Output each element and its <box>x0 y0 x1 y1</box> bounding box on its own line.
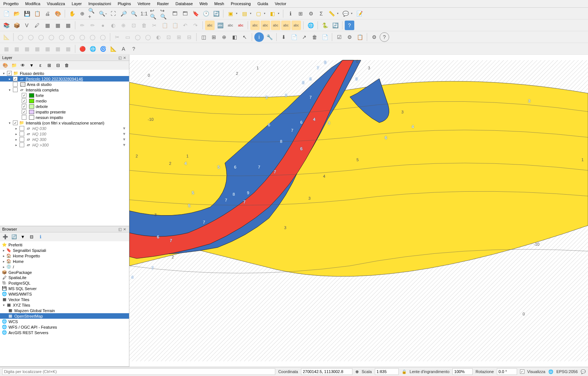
adv-edit-9[interactable]: ◯ <box>98 32 108 42</box>
plugin-tool-4[interactable]: 📐 <box>108 44 118 54</box>
check-button[interactable]: ☑ <box>334 32 344 42</box>
edit-button[interactable]: ✏ <box>78 21 87 30</box>
move-feature-button[interactable]: ⊕ <box>119 21 128 30</box>
decoration-5[interactable]: ↖ <box>240 32 250 42</box>
zoom-next-button[interactable]: ↪🔍 <box>160 9 169 18</box>
shape-edit-3[interactable]: ◯ <box>133 32 143 42</box>
trash-button[interactable]: 🗑 <box>310 32 319 42</box>
menu-vector[interactable]: Vector <box>273 1 288 7</box>
render-checkbox[interactable]: ✓ <box>520 369 524 374</box>
plugin-tool-6[interactable]: ? <box>129 44 139 54</box>
panel-close-icon[interactable]: ✕ <box>122 227 127 231</box>
zoom-in-button[interactable]: 🔍+ <box>88 9 97 18</box>
filter-icon[interactable]: ▼ <box>122 143 126 147</box>
plugin-tool-5[interactable]: A <box>119 44 128 54</box>
browser-segnalibri[interactable]: ▸🔖Segnalibri Spaziali <box>0 247 129 253</box>
plugin-manager-button[interactable]: 🌐 <box>306 21 315 30</box>
mesh-tool-7[interactable]: ▦ <box>63 44 73 54</box>
menu-guida[interactable]: Guida <box>256 1 269 7</box>
tree-group-flusso[interactable]: ▾✓📁Flusso detrito <box>0 70 129 76</box>
adv-edit-7[interactable]: ◯ <box>78 32 87 42</box>
label-tool-1[interactable]: abc <box>205 21 215 30</box>
plugin-tool-3[interactable]: 🌀 <box>98 44 108 54</box>
menu-mesh[interactable]: Mesh <box>213 1 226 7</box>
mesh-tool-4[interactable]: ▦ <box>32 44 42 54</box>
menu-web[interactable]: Web <box>198 1 209 7</box>
zoom-out-button[interactable]: 🔍- <box>98 9 108 18</box>
style-manager-button[interactable]: 🎨 <box>53 9 62 18</box>
plugin-tool-1[interactable]: 🔴 <box>78 44 87 54</box>
paste-button[interactable]: 📋 <box>170 21 180 30</box>
adv-edit-5[interactable]: ◯ <box>57 32 67 42</box>
layer-style-icon[interactable]: 🎨 <box>2 62 8 69</box>
shape-edit-1[interactable]: ✂ <box>112 32 122 42</box>
mesh-tool-1[interactable]: ▦ <box>1 44 11 54</box>
crs-icon[interactable]: 🌐 <box>548 369 553 374</box>
tree-legend-forte[interactable]: ✓forte <box>0 93 129 98</box>
panel-dock-icon[interactable]: ◱ <box>118 56 122 60</box>
attribute-table-button[interactable]: ⊞ <box>296 9 305 18</box>
new-virtual-button[interactable]: ▦ <box>43 21 52 30</box>
new-bookmark-button[interactable]: 🔖 <box>191 9 200 18</box>
select-features-button[interactable]: ▣ <box>226 9 235 18</box>
tree-legend-debole[interactable]: ✓debole <box>0 104 129 109</box>
coord-input[interactable] <box>301 368 352 375</box>
tree-layer-hq300[interactable]: ▸▱HQ 300▼ <box>0 137 129 142</box>
label-change-button[interactable]: abc <box>291 21 301 30</box>
browser-home[interactable]: ▸🏠Home <box>0 258 129 264</box>
label-show-button[interactable]: abc <box>261 21 270 30</box>
locator-input[interactable] <box>2 368 275 375</box>
shape-edit-8[interactable]: ⊟ <box>184 32 194 42</box>
browser-spatialite[interactable]: 🖊SpatiaLite <box>0 275 129 280</box>
browser-arcgis[interactable]: 🌐ArcGIS REST Servers <box>0 330 129 335</box>
shape-edit-2[interactable]: ▭ <box>123 32 132 42</box>
layer-add-group-icon[interactable]: 📁 <box>11 62 17 69</box>
shape-edit-7[interactable]: ⊞ <box>174 32 184 42</box>
browser-wcs[interactable]: 🌐WCS <box>0 319 129 324</box>
print-layout-button[interactable]: 🖨 <box>43 9 52 18</box>
layer-expression-icon[interactable]: ε <box>37 62 44 69</box>
new-3d-view-button[interactable]: 🗔 <box>180 9 190 18</box>
menu-raster[interactable]: Raster <box>155 1 170 7</box>
zoom-native-button[interactable]: 1:1 <box>139 9 149 18</box>
browser-osm[interactable]: ▦OpenStreetMap <box>0 313 129 319</box>
browser-refresh-icon[interactable]: 🔄 <box>11 234 17 240</box>
tree-legend-medio[interactable]: ✓medio <box>0 98 129 104</box>
cut-button[interactable]: ✂ <box>150 21 159 30</box>
new-geopackage-button[interactable]: 📦 <box>12 21 21 30</box>
identify-button[interactable]: ℹ <box>286 9 295 18</box>
label-pin-button[interactable]: abc <box>250 21 260 30</box>
adv-edit-1[interactable]: ◯ <box>16 32 25 42</box>
redo-button[interactable]: ↷ <box>191 21 200 30</box>
wrench-button[interactable]: 🔧 <box>265 32 274 42</box>
doc-button[interactable]: 📄 <box>320 32 330 42</box>
mesh-tool-3[interactable]: ▦ <box>22 44 32 54</box>
page-button[interactable]: 📄 <box>289 32 299 42</box>
plugin-tool-2[interactable]: 🌐 <box>88 44 97 54</box>
browser-home-progetto[interactable]: ▸🏠Home Progetto <box>0 253 129 258</box>
browser-geopackage[interactable]: 📦GeoPackage <box>0 270 129 275</box>
new-shapefile-button[interactable]: V <box>22 21 32 30</box>
zoom-full-button[interactable]: ⛶ <box>108 9 118 18</box>
tree-layer-intensita-completa[interactable]: ▾▱Intensità completa <box>0 87 129 93</box>
layer-remove-icon[interactable]: 🗑 <box>64 62 70 69</box>
panel-dock-icon[interactable]: ◱ <box>118 227 122 231</box>
open-project-button[interactable]: 📂 <box>12 9 21 18</box>
tree-legend-impatto[interactable]: ✓impatto presente <box>0 109 129 115</box>
messages-icon[interactable]: 💬 <box>581 369 586 374</box>
label-move-button[interactable]: abc <box>271 21 280 30</box>
layer-visibility-icon[interactable]: 👁 <box>19 62 26 69</box>
show-bookmarks-button[interactable]: 🕐 <box>201 9 211 18</box>
filter-icon[interactable]: ▼ <box>122 137 126 141</box>
filter-icon[interactable]: ▼ <box>122 132 126 136</box>
new-map-view-button[interactable]: 🗔 <box>170 9 180 18</box>
python-console-button[interactable]: 🐍 <box>320 21 330 30</box>
browser-wfs[interactable]: 🌐WFS / OGC API - Features <box>0 324 129 330</box>
layer-filter-icon[interactable]: ▼ <box>28 62 35 69</box>
add-feature-button[interactable]: ● <box>98 21 108 30</box>
new-mesh-button[interactable]: ▦ <box>63 21 73 30</box>
browser-root[interactable]: ▸💿/ <box>0 264 129 270</box>
layer-collapse-icon[interactable]: ⊟ <box>55 62 61 69</box>
vertex-tool-button[interactable]: ⊡ <box>129 21 139 30</box>
new-memory-button[interactable]: ▦ <box>53 21 62 30</box>
